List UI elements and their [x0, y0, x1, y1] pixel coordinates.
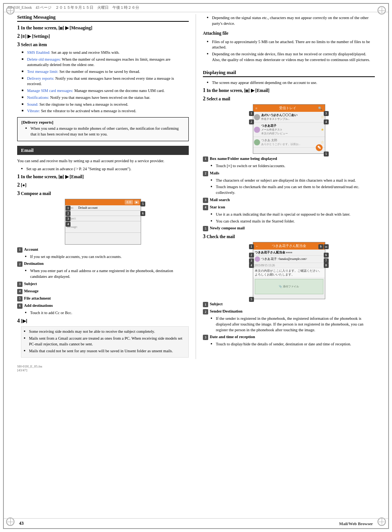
mail-list-header: ≡ 受信トレイ 🔍 [253, 105, 325, 112]
step2: 2 [≡] ▶ [Settings] [17, 33, 189, 39]
list-item: Touch images to checkmark the mails and … [210, 184, 375, 195]
mail-avatar [254, 114, 260, 120]
compose-mock-screen: 名前 ▶ From: Default account To: [65, 199, 141, 245]
fab-compose-button[interactable]: ✎ [316, 144, 323, 151]
mail-detail-screen-wrapper: 1 2 3 4 5 6 7 [249, 242, 329, 299]
footer-section: Mail/Web Browser [339, 521, 373, 526]
list-item: Touch it to add Cc or Bcc. [25, 310, 189, 316]
disp-step2: 2 Select a mail [203, 96, 375, 102]
email-step2: 2 [●] [17, 182, 189, 188]
compose-field-message[interactable]: Message: [65, 221, 141, 233]
right-top-notes: Depending on the signal status etc., cha… [207, 15, 375, 26]
list-item: Some receiving side models may not be ab… [24, 329, 186, 335]
bottom-footer: 43 Mail/Web Browser [4, 518, 388, 528]
star-icon: ★ [321, 127, 324, 132]
ann-destination-list: When you enter part of a mail address or… [25, 268, 189, 279]
ann-box-name-list: Touch [≡] to switch or set folders/accou… [210, 163, 375, 169]
ann-sender-list: If the sender is registered in the phone… [210, 316, 375, 333]
delivery-reports-box: [Delivery reports] When you send a messa… [17, 117, 189, 141]
ann-add-dest-list: Touch it to add Cc or Bcc. [25, 310, 189, 316]
mail-avatar [254, 139, 260, 145]
toolbar-btn1: 名前 [125, 200, 133, 205]
list-item: When you enter part of a mail address or… [25, 268, 189, 279]
list-item: The characters of sender or subject are … [210, 178, 375, 184]
email-step3-number: 3 [17, 190, 20, 196]
mail-list-annotations: 1 Box name/Folder name being displayed T… [203, 156, 375, 231]
compose-field-to[interactable]: To: [65, 211, 141, 216]
list-item: Depending on the receiving side device, … [207, 52, 375, 63]
ann-destination: 2 Destination [17, 261, 189, 267]
compose-annotations: 1 Account If you set up multiple account… [17, 247, 189, 316]
mail-detail-header: ← つきあ花子さん配当金 ⋮ [253, 242, 325, 250]
email-step3: 3 Compose a mail [17, 190, 189, 197]
list-item: Delivery reports: Notify you that sent m… [22, 76, 189, 87]
compose-screen-area: 1 2 3 4 5 [65, 199, 141, 245]
mail-sender-avatar [255, 256, 260, 262]
disp-step2-text: Select a mail [207, 97, 230, 101]
list-item: Touch to display/hide the details of sen… [210, 342, 375, 347]
ann-sender-dest: 2 Sender/Destination [203, 309, 375, 314]
list-item: Files of up to approximately 5 MB can be… [207, 39, 375, 50]
email-section-header: Email [17, 146, 189, 155]
ann-date-reception: 3 Date and time of reception [203, 334, 375, 340]
ann-box-name: 1 Box name/Folder name being displayed [203, 156, 375, 162]
delivery-box-title: [Delivery reports] [21, 120, 185, 124]
attaching-list: Files of up to approximately 5 MB can be… [207, 39, 375, 63]
step2-text: [≡] ▶ [Settings] [21, 34, 50, 39]
ann-star-icon: 4 Star icon [203, 205, 375, 210]
star-icon: ☆ [321, 140, 324, 144]
delivery-box-list: When you send a message to mobile phones… [25, 126, 185, 137]
email-step1-number: 1 [17, 174, 20, 179]
list-item: Notifications: Notify you that messages … [22, 95, 189, 101]
compose-field-account[interactable]: From: Default account [65, 205, 141, 211]
ann-message: 4 Message [17, 289, 189, 294]
list-item: Delete old messages: When the number of … [22, 57, 189, 68]
mail-detail-subject: つきあ花子さん配当金 ■■■■ [253, 250, 325, 256]
list-item: Mails sent from a Gmail account are trea… [24, 336, 186, 347]
ann-account-list: If you set up multiple accounts, you can… [25, 254, 189, 260]
compose-toolbar: 名前 ▶ [65, 199, 141, 205]
header-text: SH-01H_E.book 43 ページ ２０１５年９月１５日 火曜日 午後１時… [8, 5, 139, 10]
toolbar-btn2: ▶ [134, 200, 139, 204]
compose-field-subject[interactable]: Subject: [65, 216, 141, 221]
step1-number: 1 [17, 25, 20, 31]
mail-attachment-preview: 📎 添付ファイル [255, 279, 323, 294]
email-step1-text: In the home screen, [▦] ▶ [Email] [21, 174, 84, 179]
touch-label: Touch [216, 342, 226, 346]
email-intro-text: You can send and receive mails by settin… [17, 158, 189, 164]
section-messaging-title: Setting Messaging [17, 14, 189, 22]
step3-number: 3 [17, 42, 20, 47]
list-item: If the sender is registered in the phone… [210, 316, 375, 333]
list-item: The screen may appear different dependin… [207, 80, 375, 86]
email-step2-icon: [●] [21, 183, 27, 187]
ann-subject-detail: 1 Subject [203, 301, 375, 307]
step3-items-list: SMS Enabled: Set an app to send and rece… [22, 50, 189, 114]
step1: 1 In the home screen, [▦] ▶ [Messaging] [17, 25, 189, 31]
disp-step1-text: In the home screen, [▦] ▶ [Email] [207, 88, 270, 93]
email-step2-number: 2 [17, 182, 20, 188]
list-item: Sound: Set the ringtone to be rung when … [22, 102, 189, 108]
list-item: SMS Enabled: Set an app to send and rece… [22, 50, 189, 56]
mail-detail-annotations: 1 Subject 2 Sender/Destination If the se… [203, 301, 375, 347]
ann-newly-compose: 5 Newly compose mail [203, 226, 375, 231]
crosshair-tr [378, 6, 386, 15]
ann-date-list: Touch to display/hide the details of sen… [210, 342, 375, 347]
list-item: Touch [≡] to switch or set folders/accou… [210, 163, 375, 169]
disp-step3-text: Check the mail [207, 234, 235, 239]
email-bottom-notes: Some receiving side models may not be ab… [21, 326, 189, 358]
step2-number: 2 [17, 33, 20, 39]
ann-account: 1 Account [17, 247, 189, 253]
compose-screen-wrapper: 1 2 3 4 5 [65, 199, 141, 245]
list-item: Manage SIM card messages: Manage message… [22, 88, 189, 94]
disp-step1: 1 In the home screen, [▦] ▶ [Email] [203, 87, 375, 94]
disp-step3: 3 Check the mail [203, 234, 375, 240]
list-item: Set up an account in advance (☞P. 24 "Se… [21, 166, 189, 172]
attaching-file-title: Attaching file [203, 30, 375, 37]
ann-mail-search: 3 Mail search [203, 197, 375, 203]
ann-file-attach: 5 File attachment [17, 296, 189, 301]
mail-detail-from: つきあ 花子 <hanako@example.com> [253, 256, 325, 263]
ann-subject: 3 Subject [17, 281, 189, 287]
list-item: Vibrate: Set the vibrator to be activate… [22, 108, 189, 114]
right-column: Depending on the signal status etc., cha… [196, 14, 375, 359]
footnote-area: SH-01H_E_05.fm [43/47] [4, 364, 388, 391]
